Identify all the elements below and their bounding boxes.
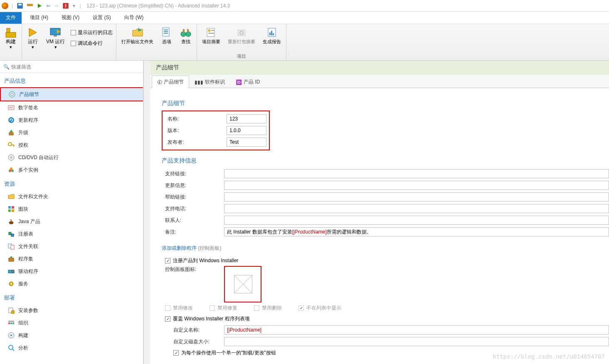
input-name[interactable] <box>227 114 266 123</box>
lbl-update-info: 更新信息: <box>162 182 224 189</box>
ribbon-group-tools: 打开输出文件夹 选项 查找 <box>116 24 197 60</box>
ribbon-options[interactable]: 选项 <box>159 26 174 45</box>
quick-access-toolbar: | ⇦ ⇨ ▾ | <box>10 2 82 10</box>
svg-rect-55 <box>11 234 14 236</box>
nav-assemblies[interactable]: 程序集 <box>0 253 143 265</box>
nav-analyze[interactable]: 分析 <box>0 342 143 354</box>
search-bar[interactable]: 🔍 <box>0 61 143 73</box>
input-publisher[interactable] <box>227 138 266 147</box>
svg-rect-66 <box>8 322 10 324</box>
svg-rect-22 <box>183 29 185 32</box>
svg-rect-39 <box>9 133 13 135</box>
nav-instances[interactable]: 多个实例 <box>0 164 143 176</box>
nav-java[interactable]: Java 产品 <box>0 215 143 228</box>
svg-point-65 <box>11 310 15 314</box>
section-product-details: 产品细节 <box>162 100 609 107</box>
ribbon-summary[interactable]: 项目摘要 <box>200 26 222 45</box>
ribbon-group-build: 构建▾ <box>0 24 22 60</box>
svg-point-61 <box>12 270 14 273</box>
lbl-cp-icon: 控制面板图标: <box>162 266 224 273</box>
input-version[interactable] <box>227 126 266 135</box>
ribbon-vmrun[interactable]: VM 运行▾ <box>44 26 67 51</box>
nav-upgrade[interactable]: 升级 <box>0 126 143 139</box>
qat-back-icon[interactable]: ⇦ <box>44 2 52 10</box>
ribbon-report[interactable]: 生成报告 <box>261 26 283 45</box>
nav-install-params[interactable]: 安装参数 <box>0 304 143 317</box>
input-contact[interactable] <box>224 216 609 225</box>
cp-icon-placeholder[interactable] <box>234 275 252 293</box>
svg-rect-42 <box>11 145 14 145</box>
svg-rect-10 <box>7 28 10 32</box>
svg-rect-51 <box>8 209 11 212</box>
ribbon-show-log[interactable]: 显示运行的日志 <box>71 28 113 37</box>
nav-autorun[interactable]: CD/DVD 自动运行 <box>0 151 143 164</box>
menu-wizard[interactable]: 向导 (W) <box>118 12 150 24</box>
menu-settings[interactable]: 设置 (S) <box>86 12 117 24</box>
nav-digital-signature[interactable]: 数字签名 <box>0 101 143 114</box>
ribbon-debug-cmd[interactable]: 调试命令行 <box>71 39 113 47</box>
nav-product-details[interactable]: 产品细节 <box>1 88 143 101</box>
svg-rect-24 <box>207 28 215 37</box>
left-scrollbar[interactable] <box>143 61 150 364</box>
section-support-info: 产品支持信息 <box>162 157 609 165</box>
search-icon: 🔍 <box>3 64 10 70</box>
nav-license[interactable]: 授权 <box>0 139 143 151</box>
nav-organize[interactable]: 组织 <box>0 317 143 329</box>
ribbon-find[interactable]: 查找 <box>178 26 193 45</box>
input-custom-disk[interactable] <box>224 337 609 346</box>
qat-shield-icon[interactable] <box>61 2 70 10</box>
svg-rect-32 <box>271 31 272 35</box>
lbl-support-phone: 支持电话: <box>162 205 224 212</box>
nav-drivers[interactable]: 驱动程序 <box>0 265 143 278</box>
tab-software-id[interactable]: ▮▮▮软件标识 <box>189 76 230 88</box>
qat-forward-icon[interactable]: ⇨ <box>53 2 60 10</box>
svg-rect-1 <box>18 4 22 5</box>
analyze-icon <box>7 344 15 352</box>
lbl-name: 名称: <box>164 116 227 123</box>
svg-rect-33 <box>273 33 274 35</box>
nav-build[interactable]: 构建 <box>0 329 143 342</box>
nav-files[interactable]: 文件和文件夹 <box>0 190 143 203</box>
ribbon-run[interactable]: 运行▾ <box>25 26 40 51</box>
svg-rect-31 <box>269 32 271 35</box>
input-remark[interactable]: 此 Installer 数据库包含了安装 [|ProductName] 所需的逻… <box>224 227 609 236</box>
nav-services[interactable]: 服务 <box>0 278 143 290</box>
svg-point-48 <box>10 167 12 170</box>
lbl-support-link: 支持链接: <box>162 170 224 177</box>
input-support-phone[interactable] <box>224 204 609 213</box>
qat-layout-icon[interactable] <box>25 2 35 10</box>
nav-header-product-info: 产品信息 <box>0 73 143 87</box>
svg-rect-26 <box>211 30 214 31</box>
tab-product-details[interactable]: 🛈产品细节 <box>152 76 189 88</box>
nav-updater[interactable]: 更新程序 <box>0 114 143 126</box>
nav-registry[interactable]: 注册表 <box>0 228 143 240</box>
ribbon-open-output[interactable]: 打开输出文件夹 <box>120 26 155 45</box>
menu-project[interactable]: 项目 (H) <box>23 12 55 24</box>
svg-rect-17 <box>164 30 168 30</box>
svg-point-63 <box>10 283 12 285</box>
nav-tiles[interactable]: 图块 <box>0 203 143 215</box>
qat-save-icon[interactable] <box>15 2 25 10</box>
file-menu[interactable]: 文件 <box>0 12 22 24</box>
input-custom-name[interactable]: [|ProductName] <box>224 325 609 334</box>
input-help-link[interactable] <box>224 192 609 202</box>
svg-rect-43 <box>13 145 14 147</box>
chk-override[interactable]: 覆盖 Windows Installer 程序列表项 <box>162 313 609 324</box>
ribbon: 构建▾ 运行▾ VM 运行▾ 显示运行的日志 调试命令行 打开输出文件夹 <box>0 24 609 61</box>
menu-view[interactable]: 视图 (V) <box>55 12 86 24</box>
app-icon <box>2 2 8 9</box>
nav-file-assoc[interactable]: 文件关联 <box>0 240 143 253</box>
input-update-info[interactable] <box>224 181 609 190</box>
chk-register[interactable]: 注册产品到 Windows Installer <box>162 255 609 266</box>
search-input[interactable] <box>11 64 140 70</box>
qat-run-icon[interactable] <box>35 2 44 9</box>
ribbon-build[interactable]: 构建▾ <box>3 26 18 51</box>
details-icon <box>8 91 16 98</box>
instances-icon <box>7 166 15 174</box>
input-support-link[interactable] <box>224 169 609 178</box>
chk-disable-modify: 禁用修改 <box>165 305 193 312</box>
svg-rect-27 <box>208 33 214 34</box>
ribbon-reopen[interactable]: 重新打包摘要 <box>226 26 257 45</box>
tab-product-id[interactable]: 🆔产品 ID <box>230 76 265 88</box>
svg-point-35 <box>11 93 13 96</box>
